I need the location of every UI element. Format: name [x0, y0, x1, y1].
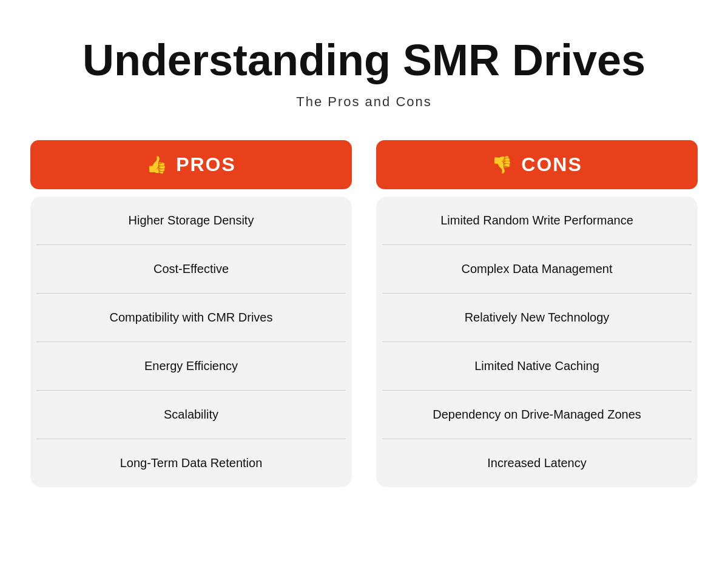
cons-label: CONS	[521, 153, 582, 176]
list-item: Cost-Effective	[36, 245, 346, 294]
cons-items-box: Limited Random Write PerformanceComplex …	[376, 197, 698, 487]
cons-column: 👎 CONS Limited Random Write PerformanceC…	[376, 140, 698, 487]
thumbs-up-icon: 👍	[146, 155, 167, 175]
pros-label: PROS	[176, 153, 236, 176]
pros-items-box: Higher Storage DensityCost-EffectiveComp…	[30, 197, 352, 487]
list-item: Compatibility with CMR Drives	[36, 294, 346, 342]
thumbs-down-icon: 👎	[491, 155, 513, 175]
list-item: Limited Random Write Performance	[382, 197, 692, 245]
page-title: Understanding SMR Drives	[83, 36, 645, 84]
list-item: Higher Storage Density	[36, 197, 346, 245]
list-item: Long-Term Data Retention	[36, 439, 346, 487]
list-item: Scalability	[36, 391, 346, 439]
cons-header: 👎 CONS	[376, 140, 698, 189]
list-item: Energy Efficiency	[36, 342, 346, 391]
list-item: Increased Latency	[382, 439, 692, 487]
list-item: Dependency on Drive-Managed Zones	[382, 391, 692, 439]
columns-container: 👍 PROS Higher Storage DensityCost-Effect…	[30, 140, 698, 487]
list-item: Limited Native Caching	[382, 342, 692, 391]
pros-column: 👍 PROS Higher Storage DensityCost-Effect…	[30, 140, 352, 487]
page-subtitle: The Pros and Cons	[296, 94, 432, 110]
pros-header: 👍 PROS	[30, 140, 352, 189]
list-item: Complex Data Management	[382, 245, 692, 294]
list-item: Relatively New Technology	[382, 294, 692, 342]
